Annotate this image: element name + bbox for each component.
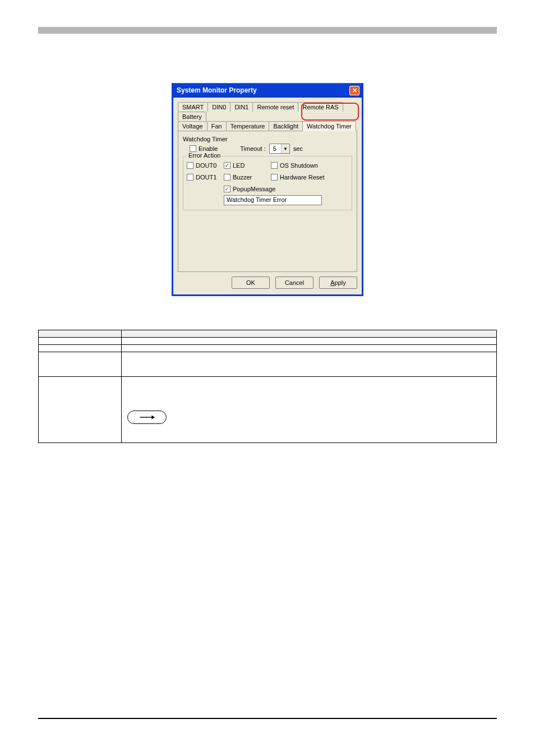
table-cell-item [39, 345, 122, 352]
chevron-down-icon: ▼ [281, 144, 289, 153]
tabs-row-1: SMART DIN0 DIN1 Remote reset Remote RAS … [178, 102, 357, 121]
input-popup-message[interactable]: Watchdog Timer Error [224, 195, 322, 205]
label-enable: Enable [199, 145, 218, 153]
label-sec: sec [293, 145, 303, 152]
label-timeout: Timeout : [240, 145, 265, 152]
cancel-button[interactable]: Cancel [275, 276, 313, 289]
label-popup-message: PopupMessage [233, 186, 275, 192]
label-buzzer: Buzzer [233, 174, 252, 181]
checkbox-buzzer[interactable] [224, 174, 230, 181]
close-icon[interactable]: ✕ [349, 86, 359, 95]
legend-error-action: Error Action [187, 152, 222, 159]
table-cell-item [39, 338, 122, 345]
label-dout1: DOUT1 [196, 174, 216, 181]
svg-marker-1 [151, 416, 155, 420]
table-cell-desc [122, 338, 497, 345]
label-dout0: DOUT0 [196, 162, 216, 169]
checkbox-dout1[interactable] [187, 174, 193, 181]
select-timeout-value: 5 [270, 145, 281, 152]
table-header-item [39, 330, 122, 338]
label-os-shutdown: OS Shutdown [280, 162, 318, 169]
tab-voltage[interactable]: Voltage [178, 121, 207, 131]
select-timeout[interactable]: 5 ▼ [269, 144, 290, 154]
table-row [39, 345, 497, 352]
table-row [39, 352, 497, 377]
footer-rule [38, 718, 497, 719]
table-cell-desc [122, 345, 497, 352]
tab-din0[interactable]: DIN0 [207, 102, 230, 112]
description-table [38, 330, 497, 443]
table-cell-item [39, 352, 122, 377]
table-row [39, 338, 497, 345]
cross-reference-icon [127, 411, 167, 424]
tab-remote-reset[interactable]: Remote reset [252, 102, 298, 112]
group-watchdog-timer: Watchdog Timer [183, 136, 352, 142]
tabs-row-2: Voltage Fan Temperature Backlight Watchd… [178, 121, 357, 131]
table-cell-desc [122, 377, 497, 443]
dialog-system-monitor-property: System Monitor Property ✕ SMART DIN0 DIN… [172, 83, 363, 296]
ok-button[interactable]: OK [232, 276, 270, 289]
tab-temperature[interactable]: Temperature [226, 121, 270, 131]
checkbox-os-shutdown[interactable] [271, 162, 278, 169]
label-hardware-reset: Hardware Reset [280, 174, 324, 181]
tab-backlight[interactable]: Backlight [269, 121, 303, 131]
table-cell-item [39, 377, 122, 443]
checkbox-hardware-reset[interactable] [271, 174, 278, 181]
table-header-desc [122, 330, 497, 338]
table-row [39, 377, 497, 443]
apply-button[interactable]: Apply [319, 276, 357, 289]
tab-pane-watchdog: Watchdog Timer Enable Timeout : 5 ▼ [178, 131, 357, 272]
tab-remote-ras[interactable]: Remote RAS [298, 102, 343, 112]
tab-din1[interactable]: DIN1 [230, 102, 253, 112]
tab-watchdog-timer[interactable]: Watchdog Timer [302, 121, 356, 131]
titlebar: System Monitor Property ✕ [173, 83, 362, 98]
header-stripe [38, 27, 497, 34]
titlebar-title: System Monitor Property [177, 86, 257, 94]
checkbox-dout0[interactable] [187, 162, 193, 169]
checkbox-led[interactable] [224, 162, 230, 169]
tab-battery[interactable]: Battery [178, 112, 206, 121]
tab-smart[interactable]: SMART [178, 102, 208, 112]
checkbox-enable[interactable] [190, 145, 196, 152]
fieldset-error-action: Error Action DOUT0 LED OS Shutdown DOUT1… [183, 156, 352, 210]
checkbox-popup-message[interactable] [224, 186, 230, 192]
label-led: LED [233, 162, 245, 169]
tab-fan[interactable]: Fan [207, 121, 227, 131]
table-cell-desc [122, 352, 497, 377]
